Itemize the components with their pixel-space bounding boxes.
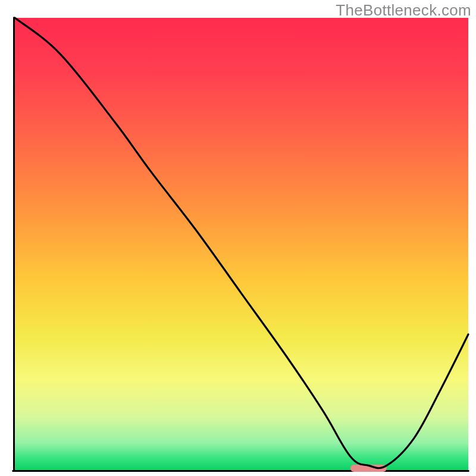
plot-background [15,18,468,470]
chart-canvas: TheBottleneck.com [0,0,476,476]
bottleneck-chart [0,0,476,476]
